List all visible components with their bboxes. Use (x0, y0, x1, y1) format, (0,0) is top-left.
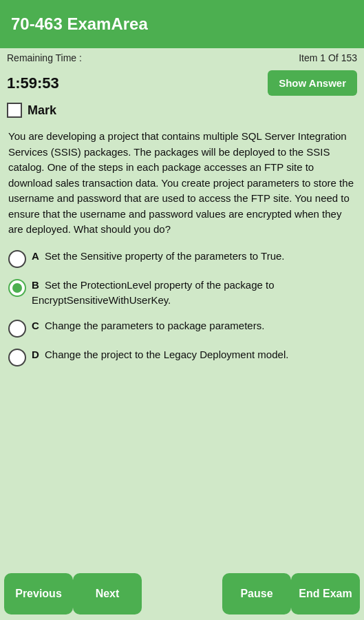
end-exam-button[interactable]: End Exam (291, 573, 360, 614)
question-area: You are developing a project that contai… (0, 122, 364, 568)
option-b-row: B Set the ProtectionLevel property of th… (8, 278, 356, 309)
option-b-letter: B (32, 279, 39, 291)
item-counter: Item 1 Of 153 (299, 52, 357, 63)
app-header: 70-463 ExamArea (0, 0, 364, 48)
option-d-letter: D (32, 349, 39, 360)
timer-display: 1:59:53 (7, 74, 59, 92)
option-a-row: A Set the Sensitive property of the para… (8, 249, 356, 268)
meta-bar: Remaining Time : Item 1 Of 153 (0, 48, 364, 68)
option-d-radio[interactable] (8, 349, 26, 366)
mark-row: Mark (0, 99, 364, 122)
bottom-nav: Previous Next Pause End Exam (0, 568, 364, 620)
mark-checkbox[interactable] (7, 103, 22, 118)
option-c-letter: C (32, 320, 39, 331)
option-c-row: C Change the parameters to package param… (8, 318, 356, 338)
timer-row: 1:59:53 Show Answer (0, 68, 364, 99)
question-text: You are developing a project that contai… (8, 129, 356, 238)
previous-button[interactable]: Previous (4, 573, 73, 614)
show-answer-button[interactable]: Show Answer (268, 70, 357, 96)
pause-button[interactable]: Pause (222, 573, 291, 614)
mark-label[interactable]: Mark (28, 103, 56, 118)
option-a-radio[interactable] (8, 250, 26, 268)
next-button[interactable]: Next (73, 573, 142, 614)
option-d-label: D Change the project to the Legacy Deplo… (32, 347, 288, 363)
option-a-letter: A (32, 250, 39, 262)
option-b-label: B Set the ProtectionLevel property of th… (32, 278, 356, 309)
option-b-radio[interactable] (8, 279, 26, 297)
app-title: 70-463 ExamArea (11, 14, 148, 34)
option-c-label: C Change the parameters to package param… (32, 318, 264, 334)
option-c-radio[interactable] (8, 320, 26, 338)
option-d-row: D Change the project to the Legacy Deplo… (8, 347, 356, 366)
remaining-time-label: Remaining Time : (7, 52, 82, 63)
option-a-label: A Set the Sensitive property of the para… (32, 249, 285, 265)
